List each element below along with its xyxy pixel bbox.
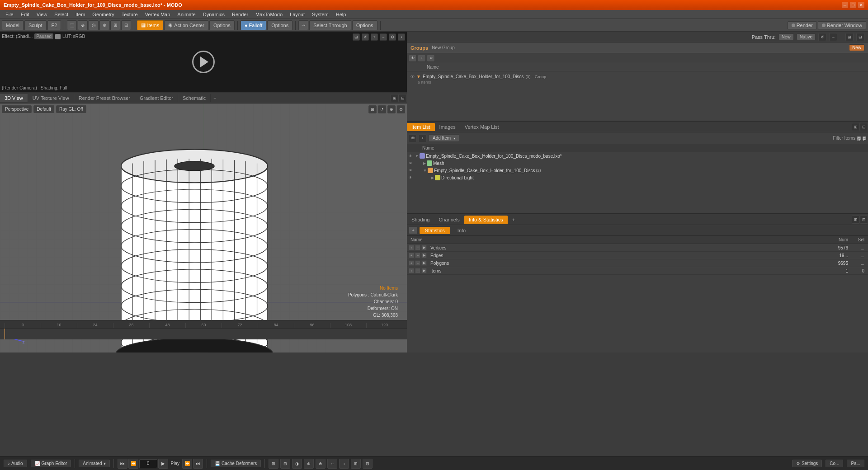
transport-prev-frame[interactable]: ⏪ [128,459,138,469]
toolbar-icon-3[interactable]: ◎ [89,20,99,30]
select-through-icon[interactable]: ⇥ [298,20,308,30]
groups-settings-btn[interactable]: ⚙ [427,55,435,62]
il-expand-2[interactable]: ▼ [423,169,427,173]
render-window-btn[interactable]: Render Window [818,21,866,29]
stats-expand[interactable]: ⊞ [852,216,860,224]
minimize-btn[interactable]: ─ [842,2,848,8]
default-btn[interactable]: Default [33,105,54,113]
pass-thru-native-btn[interactable]: Native [797,33,816,40]
graph-editor-btn[interactable]: 📈 Graph Editor [31,460,71,467]
animated-btn[interactable]: Animated ▾ [79,460,109,467]
preview-zoom-in-btn[interactable]: + [371,33,378,41]
il-eye-btn[interactable]: 👁 [409,134,417,142]
bb-icon-2[interactable]: ⊟ [280,459,290,469]
bb-icon-4[interactable]: ⊕ [304,459,314,469]
pass-thru-collapse[interactable]: ⊟ [856,33,864,41]
transport-next-frame[interactable]: ⏩ [182,459,192,469]
tab-shading[interactable]: Shading [407,216,434,224]
viewport[interactable]: Perspective Default Ray GL: Off ⊞ ↺ ⊕ ⚙ … [0,103,407,352]
menu-view[interactable]: View [33,11,51,18]
il-expand-1[interactable]: ▶ [423,161,426,165]
f2-btn[interactable]: F2 [47,20,61,30]
toolbar-icon-4[interactable]: ⊕ [99,20,109,30]
bb-icon-6[interactable]: ↔ [327,459,337,469]
preview-settings-btn[interactable]: ⚙ [389,33,396,41]
close-btn[interactable]: ✕ [858,2,864,8]
model-btn[interactable]: Model [2,20,24,30]
polygons-add-btn[interactable]: + [409,260,414,266]
tab-render-preset[interactable]: Render Preset Browser [74,94,135,102]
pass-thru-icon-2[interactable]: → [829,33,837,41]
maximize-btn[interactable]: □ [850,2,856,8]
frame-input[interactable] [139,459,157,468]
viewport-zoom-icon[interactable]: ⊕ [387,105,396,113]
audio-btn[interactable]: ♪ Audio [4,460,27,467]
stats-add-btn[interactable]: + [409,226,418,234]
sculpt-btn[interactable]: Sculpt [24,20,47,30]
tab-uv-texture[interactable]: UV Texture View [28,94,74,102]
tab-info-statistics[interactable]: Info & Statistics [464,216,508,224]
menu-geometry[interactable]: Geometry [89,11,118,18]
pass-thru-icon-1[interactable]: ↺ [818,33,826,41]
vertices-add-btn[interactable]: + [409,245,414,250]
menu-dynamics[interactable]: Dynamics [199,11,228,18]
edges-expand-btn[interactable]: ▶ [421,253,427,258]
bb-icon-1[interactable]: ⊞ [269,459,278,469]
stats-collapse[interactable]: ⊟ [860,216,868,224]
viewport-tab-expand-btn[interactable]: ⊞ [391,94,399,102]
edges-add-btn[interactable]: + [409,253,414,258]
menu-animate[interactable]: Animate [174,11,199,18]
menu-edit[interactable]: Edit [17,11,33,18]
toolbar-icon-2[interactable]: ⬙ [78,20,88,30]
menu-file[interactable]: File [2,11,17,18]
preview-arrow-btn[interactable]: › [398,33,405,41]
item-list-collapse[interactable]: ⊟ [860,123,868,131]
play-button[interactable] [192,51,215,73]
preview-zoom-out-btn[interactable]: − [380,33,387,41]
bb-icon-9[interactable]: ⊟ [363,459,373,469]
groups-eye-btn[interactable]: 👁 [409,55,417,62]
preview-expand-btn[interactable]: ⊞ [353,33,360,41]
il-add-item-btn[interactable]: Add Item ▾ [429,134,459,142]
transport-next-end[interactable]: ⏭ [193,459,203,469]
select-through-btn[interactable]: Select Through [309,20,351,30]
edges-sub-btn[interactable]: − [415,253,420,258]
settings-btn[interactable]: ⚙ Settings [792,460,822,467]
preview-refresh-btn[interactable]: ↺ [362,33,369,41]
viewport-tab-collapse-btn[interactable]: ⊟ [399,94,407,102]
tab-vertex-map-list[interactable]: Vertex Map List [460,123,504,131]
menu-help[interactable]: Help [332,11,350,18]
bb-icon-8[interactable]: ⊞ [351,459,361,469]
bb-icon-3[interactable]: ◑ [292,459,302,469]
info-tab-btn[interactable]: Info [452,227,471,234]
action-center-btn[interactable]: ◉ Action Center [164,20,208,30]
transport-play[interactable]: ▶ [158,459,168,469]
statistics-tab-btn[interactable]: Statistics [420,227,450,234]
tab-gradient-editor[interactable]: Gradient Editor [135,94,178,102]
cache-deformers-btn[interactable]: 💾 Cache Deformers [211,460,261,467]
falloff-btn[interactable]: ● Falloff [241,20,266,30]
transport-prev-end[interactable]: ⏮ [118,459,127,469]
il-expand-0[interactable]: ▼ [415,154,419,158]
bb-icon-7[interactable]: ↕ [339,459,349,469]
paste-btn[interactable]: Pa... [847,460,864,467]
menu-select[interactable]: Select [51,11,72,18]
item-list-expand[interactable]: ⊞ [852,123,860,131]
items-sub-btn[interactable]: − [415,268,420,273]
menu-item[interactable]: Item [72,11,89,18]
vertices-sub-btn[interactable]: − [415,245,420,250]
perspective-btn[interactable]: Perspective [2,105,32,113]
polygons-expand-btn[interactable]: ▶ [421,260,427,266]
tab-plus[interactable]: + [508,216,519,224]
tab-add-btn[interactable]: + [211,94,219,102]
menu-render[interactable]: Render [228,11,252,18]
viewport-rotate-icon[interactable]: ↺ [378,105,386,113]
menu-vertex-map[interactable]: Vertex Map [142,11,174,18]
tab-schematic[interactable]: Schematic [178,94,211,102]
options-btn-2[interactable]: Options [267,20,292,30]
toolbar-icon-1[interactable]: ⬚ [67,20,77,30]
options-btn-1[interactable]: Options [209,20,235,30]
pass-thru-expand[interactable]: ⊞ [845,33,854,41]
render-btn[interactable]: Render [788,21,817,29]
il-expand-3[interactable]: ▶ [431,176,434,180]
